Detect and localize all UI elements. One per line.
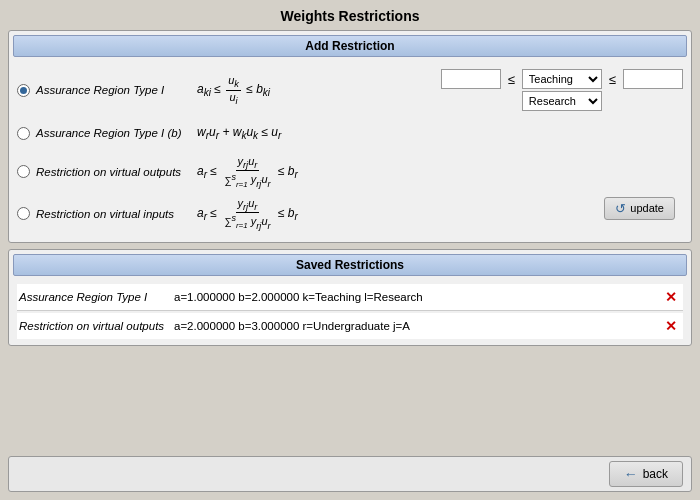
back-arrow-icon: ← [624,466,638,482]
delete-btn-0[interactable]: ✕ [661,289,681,305]
saved-restrictions-panel: Saved Restrictions Assurance Region Type… [8,249,692,346]
delete-btn-1[interactable]: ✕ [661,318,681,334]
research-dropdown[interactable]: Research Teaching [522,91,602,111]
type1-input-right[interactable] [623,69,683,89]
formula-voutputs: ar ≤ yrjur ∑sr=1 yrjur ≤ br [197,155,683,189]
saved-list: Assurance Region Type I a=1.000000 b=2.0… [9,280,691,345]
teaching-dropdown[interactable]: Teaching Research [522,69,602,89]
update-icon: ↺ [615,201,626,216]
add-restriction-header: Add Restriction [13,35,687,57]
formula-type1b: wrur + wkuk ≤ ur [197,125,683,141]
restriction-row-vinputs-container: Restriction on virtual inputs ar ≤ yrjur… [17,193,683,235]
saved-row-1: Restriction on virtual outputs a=2.00000… [17,313,683,339]
bottom-bar: ← back [8,456,692,492]
saved-row-0: Assurance Region Type I a=1.000000 b=2.0… [17,284,683,311]
add-restriction-panel: Add Restriction Assurance Region Type I … [8,30,692,243]
radio-type1[interactable]: Assurance Region Type I [17,84,197,97]
radio-btn-voutputs[interactable] [17,165,30,178]
restriction-row-type1b: Assurance Region Type I (b) wrur + wkuk … [17,115,683,151]
restriction-row-voutputs: Restriction on virtual outputs ar ≤ yrju… [17,151,683,193]
update-button[interactable]: ↺ update [604,197,675,220]
type1-input-left[interactable] [441,69,501,89]
radio-vinputs[interactable]: Restriction on virtual inputs [17,207,197,220]
radio-btn-type1[interactable] [17,84,30,97]
radio-voutputs[interactable]: Restriction on virtual outputs [17,165,197,178]
update-btn-area: ↺ update [596,193,683,224]
formula-vinputs: ar ≤ yrjur ∑sr=1 yrjur ≤ br [197,197,596,231]
type1-controls: ≤ Teaching Research ≤ ≤ Research Teachin… [441,69,683,111]
radio-btn-type1b[interactable] [17,127,30,140]
restriction-row-vinputs: Restriction on virtual inputs ar ≤ yrjur… [17,193,596,235]
page-title: Weights Restrictions [281,8,420,24]
saved-restrictions-header: Saved Restrictions [13,254,687,276]
radio-type1b[interactable]: Assurance Region Type I (b) [17,127,197,140]
radio-btn-vinputs[interactable] [17,207,30,220]
formula-type1: aki ≤ uk ui ≤ bki [197,74,441,105]
back-button[interactable]: ← back [609,461,683,487]
restriction-row-type1: Assurance Region Type I aki ≤ uk ui ≤ bk… [17,65,683,115]
